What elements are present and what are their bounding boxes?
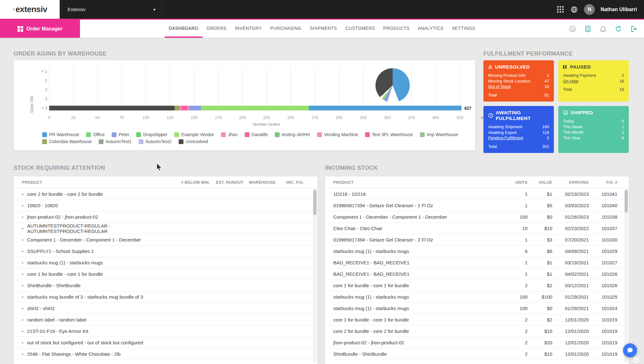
legend-item-autumntest2[interactable]: AutumnTest2 <box>139 139 172 144</box>
nav-item-orders[interactable]: ORDERS <box>202 20 231 38</box>
nav-item-settings[interactable]: SETTINGS <box>448 20 479 38</box>
expand-caret-icon[interactable]: ▸ <box>22 341 24 345</box>
extensiv-logo[interactable]: › extensiv <box>0 0 60 19</box>
user-avatar[interactable]: N <box>584 4 595 15</box>
incoming-row-jhon-product-02-jhon-product-02[interactable]: jhon-product-02 - jhon-product-022$2012/… <box>325 337 629 348</box>
stock-row-core-1-for-bundle-core-1-for-bundle[interactable]: ▸core 1 for bundle - core 1 for bundle <box>14 268 317 280</box>
column-header-est-runout[interactable]: EST. RUNOUT <box>210 180 243 185</box>
expand-caret-icon[interactable]: ▸ <box>22 272 24 276</box>
notifications-bell-icon[interactable] <box>599 25 607 33</box>
expand-caret-icon[interactable]: ▸ <box>22 283 24 288</box>
incoming-row-starbucks-mug-1-starbucks-mugs[interactable]: starbucks mug (1) - starbucks mugs100$00… <box>325 303 629 314</box>
column-header-below-min[interactable]: # BELOW MIN. <box>169 180 210 185</box>
nav-item-analytics[interactable]: ANALYTICS <box>414 20 448 38</box>
legend-item-testing-ahhh[interactable]: testing–AHHH <box>275 132 310 137</box>
legend-item-colombia-warehouse[interactable]: Colombia Warehouse <box>42 139 92 144</box>
incoming-row-1d218-1d218[interactable]: 1D218 - 1D2181$102/19/2023101041 <box>325 189 629 200</box>
stock-row-starbucks-mug-1-starbucks-mugs[interactable]: ▸starbucks mug (1) - starbucks mugs <box>14 257 317 268</box>
legend-item-imp-warehouse[interactable]: Imp Warehouse <box>420 132 458 137</box>
sign-out-icon[interactable] <box>629 25 638 33</box>
legend-item-test-3pl-warehouse[interactable]: Test 3PL Warehouse <box>365 132 413 137</box>
column-header-product[interactable]: PRODUCT <box>14 180 169 185</box>
incoming-row-core-1-for-bundle-core-1-for-bundle[interactable]: core 1 for bundle - core 1 for bundle2$2… <box>325 314 629 326</box>
incoming-row-cleo-chair-cleo-chair[interactable]: Cleo Chair - Cleo Chair10$1002/23/202210… <box>325 223 629 234</box>
chat-launcher-button[interactable] <box>623 343 637 357</box>
stock-row-out-of-stock-but-configured-out-of-stock[interactable]: ▸out of stock but configured - out of st… <box>14 337 317 348</box>
stock-row-10820-10820[interactable]: ▸10820 - 10820 <box>14 200 317 211</box>
incoming-row-019965817394-gelaze-gel-cleanser-2-fl-oz[interactable]: 019965817394 - Gelaze Gel Cleanser - 2 F… <box>325 200 629 211</box>
incoming-row-component-1-december-component-1-decembe[interactable]: Component 1 - December - Component 1 - D… <box>325 211 629 223</box>
expand-caret-icon[interactable]: ▸ <box>22 226 24 230</box>
nav-item-dashboard[interactable]: DASHBOARD <box>165 20 202 38</box>
incoming-row-bad-receive1-bad-receive1[interactable]: BAD_RECEIVE1 - BAD_RECEIVE11$104/02/2021… <box>325 268 629 280</box>
nav-item-products[interactable]: PRODUCTS <box>379 20 414 38</box>
legend-item-jhon[interactable]: Jhon <box>221 132 237 137</box>
column-header-units[interactable]: UNITS <box>502 180 528 185</box>
column-header-arriving[interactable]: ARRIVING <box>552 180 589 185</box>
stock-row-random-label-random-label[interactable]: ▸random label - random label <box>14 314 317 326</box>
app-selector-dropdown[interactable]: Extensiv ▾ <box>62 0 162 19</box>
legend-item-vending-machine[interactable]: Vending Machine <box>317 132 358 137</box>
expand-caret-icon[interactable]: ▸ <box>22 352 24 356</box>
expand-caret-icon[interactable]: ▸ <box>22 215 24 219</box>
product-name: BAD_RECEIVE1 - BAD_RECEIVE1 <box>325 260 502 265</box>
stock-row-shirtbundle-shirtbundle[interactable]: ▸ShirtBundle - ShirtBundle <box>14 280 317 291</box>
nav-item-shipments[interactable]: SHIPMENTS <box>306 20 341 38</box>
app-grid-icon[interactable] <box>556 5 564 14</box>
stock-row-autumntestproduct-regular-autumntestprod[interactable]: ▸AUTUMNTESTPRODUCT-REGULAR - AUTUMNTESTP… <box>14 223 317 234</box>
accessibility-widget[interactable]: ☺ <box>633 357 640 363</box>
stock-scroll-thumb[interactable] <box>313 190 316 215</box>
incoming-row-core-2-for-bundle-core-2-for-bundle[interactable]: core 2 for bundle - core 2 for bundle2$1… <box>325 326 629 337</box>
column-header-p-o[interactable]: P.O. # <box>589 180 617 185</box>
fp-stat-on-hold[interactable]: On Hold16 <box>563 78 624 84</box>
incoming-table-scrollbar[interactable] <box>624 189 628 363</box>
legend-item-danalife[interactable]: Danalife <box>245 132 268 137</box>
incoming-row-core-1-for-bundle-core-1-for-bundle[interactable]: core 1 for bundle - core 1 for bundle2$2… <box>325 280 629 291</box>
legend-item-autumntest1[interactable]: AutumnTest1 <box>99 139 132 144</box>
column-header-warehouse[interactable]: WAREHOUSE <box>243 180 276 185</box>
expand-caret-icon[interactable]: ▸ <box>22 203 24 208</box>
stock-row-core-2-for-bundle-core-2-for-bundle[interactable]: ▸core 2 for bundle - core 2 for bundle <box>14 189 317 200</box>
nav-item-inventory[interactable]: INVENTORY <box>231 20 266 38</box>
legend-item-office[interactable]: Office <box>86 132 104 137</box>
incoming-row-019965817394-gelaze-gel-cleanser-2-fl-oz[interactable]: 019965817394 - Gelaze Gel Cleanser - 2 F… <box>325 234 629 246</box>
stock-row-2546-flat-shavings-white-chocolate-2lb[interactable]: ▸2546 - Flat Shavings - White Chocolate … <box>14 348 317 360</box>
incoming-row-bad-receive1-bad-receive1[interactable]: BAD_RECEIVE1 - BAD_RECEIVE11$103/19/2021… <box>325 257 629 268</box>
incoming-row-starbucks-mug-1-starbucks-mugs[interactable]: starbucks mug (1) - starbucks mugs6$604/… <box>325 246 629 257</box>
feedback-smiley-icon[interactable] <box>568 25 577 33</box>
stock-row-jhon-product-02-jhon-product-02[interactable]: ▸jhon-product-02 - jhon-product-02 <box>14 211 317 223</box>
nav-item-purchasing[interactable]: PURCHASING <box>266 20 305 38</box>
legend-item-peter[interactable]: Peter <box>112 132 129 137</box>
incoming-row-starbucks-mug-1-starbucks-mugs[interactable]: starbucks mug (1) - starbucks mugs100$10… <box>325 291 629 303</box>
expand-caret-icon[interactable]: ▸ <box>22 249 24 253</box>
expand-caret-icon[interactable]: ▸ <box>22 306 24 310</box>
expand-caret-icon[interactable]: ▸ <box>22 261 24 265</box>
column-header-value[interactable]: VALUE <box>528 180 552 185</box>
globe-icon[interactable] <box>570 5 578 14</box>
legend-item-dropshipper[interactable]: Dropshipper <box>136 132 167 137</box>
order-manager-tab[interactable]: Order Manager <box>0 20 80 38</box>
column-header-product[interactable]: PRODUCT <box>325 180 502 185</box>
legend-item-pr-warehouse[interactable]: PR Warehouse <box>42 132 79 137</box>
nav-item-customers[interactable]: CUSTOMERS <box>341 20 379 38</box>
expand-caret-icon[interactable]: ▸ <box>22 329 24 333</box>
stock-row-starbucks-mug-bundle-of-3-starbucks-mug-[interactable]: ▸starbucks mug bundle of 3 - starbucks m… <box>14 291 317 303</box>
stock-row-component-1-december-component-1-decembe[interactable]: ▸Component 1 - December - Component 1 - … <box>14 234 317 246</box>
fp-stat-pending-fulfillment[interactable]: Pending Fulfillment3 <box>488 135 549 141</box>
incoming-row-shirtbundle-shirtbundle[interactable]: ShirtBundle - ShirtBundle2$1012/01/20201… <box>325 348 629 360</box>
legend-item-example-vendor[interactable]: Example Vendor <box>174 132 214 137</box>
stock-row-ssupply1-school-supplies-1[interactable]: ▸SSUPPLY1 - School Supplies 1 <box>14 246 317 257</box>
legend-item-unresolved[interactable]: Unresolved <box>179 139 208 144</box>
refresh-icon[interactable] <box>614 25 622 33</box>
column-header-inc-p-o[interactable]: INC. P.O. <box>276 180 304 185</box>
stock-table-scrollbar[interactable] <box>313 189 317 363</box>
expand-caret-icon[interactable]: ▸ <box>22 318 24 322</box>
expand-caret-icon[interactable]: ▸ <box>22 295 24 299</box>
expand-caret-icon[interactable]: ▸ <box>22 192 24 196</box>
stock-row-shirt2-shirt2[interactable]: ▸shirt2 - shirt2 <box>14 303 317 314</box>
fp-stat-out-of-stock[interactable]: Out of Stock33 <box>488 84 549 89</box>
expand-caret-icon[interactable]: ▸ <box>22 238 24 242</box>
calculator-icon[interactable] <box>584 25 592 33</box>
incoming-scroll-thumb[interactable] <box>625 190 628 213</box>
stock-row-21st-01-f19-eye-armor-kit[interactable]: ▸21ST-01-F19 - Eye Armor Kit <box>14 326 317 337</box>
